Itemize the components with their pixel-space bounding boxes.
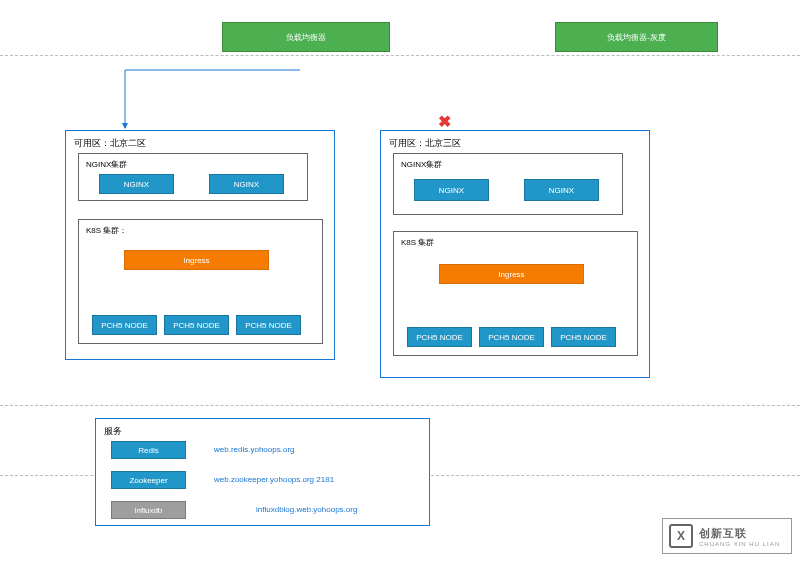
k8s-cluster-3: K8S 集群 Ingress PCH5 NODE PCH5 NODE PCH5 … [393, 231, 638, 356]
svc-redis: Redis [111, 441, 186, 459]
services-title: 服务 [104, 425, 122, 438]
watermark: X 创新互联 CHUANG XIN HU LIAN [662, 518, 792, 554]
ingress-2: Ingress [124, 250, 269, 270]
nginx-3-2: NGINX [524, 179, 599, 201]
zone-bj2: 可用区：北京二区 NGINX集群 NGINX NGINX K8S 集群： Ing… [65, 130, 335, 360]
k8s-cluster-2: K8S 集群： Ingress PCH5 NODE PCH5 NODE PCH5… [78, 219, 323, 344]
lb-main: 负载均衡器 [222, 22, 390, 52]
node-2-3: PCH5 NODE [236, 315, 301, 335]
dash-2 [0, 405, 800, 406]
node-3-2: PCH5 NODE [479, 327, 544, 347]
svc-zookeeper-url: web.zookeeper.yohoops.org 2181 [214, 475, 334, 484]
ingress-3: Ingress [439, 264, 584, 284]
node-3-3: PCH5 NODE [551, 327, 616, 347]
nginx-cluster-3: NGINX集群 NGINX NGINX [393, 153, 623, 215]
dash-1 [0, 55, 800, 56]
nginx-cluster-2-title: NGINX集群 [86, 159, 127, 170]
nginx-3-1: NGINX [414, 179, 489, 201]
watermark-sub: CHUANG XIN HU LIAN [699, 541, 780, 547]
zone-bj3-title: 可用区：北京三区 [389, 137, 461, 150]
watermark-main: 创新互联 [699, 526, 780, 541]
k8s-cluster-2-title: K8S 集群： [86, 225, 127, 236]
node-2-2: PCH5 NODE [164, 315, 229, 335]
node-2-1: PCH5 NODE [92, 315, 157, 335]
nginx-2-1: NGINX [99, 174, 174, 194]
lb-gray: 负载均衡器-灰度 [555, 22, 718, 52]
watermark-logo-icon: X [669, 524, 693, 548]
lb-gray-label: 负载均衡器-灰度 [607, 32, 666, 43]
services-panel: 服务 Redis web.redis.yohoops.org Zookeeper… [95, 418, 430, 526]
svc-zookeeper: Zookeeper [111, 471, 186, 489]
nginx-cluster-2: NGINX集群 NGINX NGINX [78, 153, 308, 201]
lb-main-label: 负载均衡器 [286, 32, 326, 43]
svc-influxdb: influxdb [111, 501, 186, 519]
k8s-cluster-3-title: K8S 集群 [401, 237, 434, 248]
nginx-cluster-3-title: NGINX集群 [401, 159, 442, 170]
nginx-2-2: NGINX [209, 174, 284, 194]
svc-influxdb-url: influxdblog.web.yohoops.org [256, 505, 357, 514]
zone-bj3: 可用区：北京三区 NGINX集群 NGINX NGINX K8S 集群 Ingr… [380, 130, 650, 378]
zone-bj2-title: 可用区：北京二区 [74, 137, 146, 150]
svc-redis-url: web.redis.yohoops.org [214, 445, 295, 454]
x-icon: ✖ [438, 112, 451, 131]
node-3-1: PCH5 NODE [407, 327, 472, 347]
